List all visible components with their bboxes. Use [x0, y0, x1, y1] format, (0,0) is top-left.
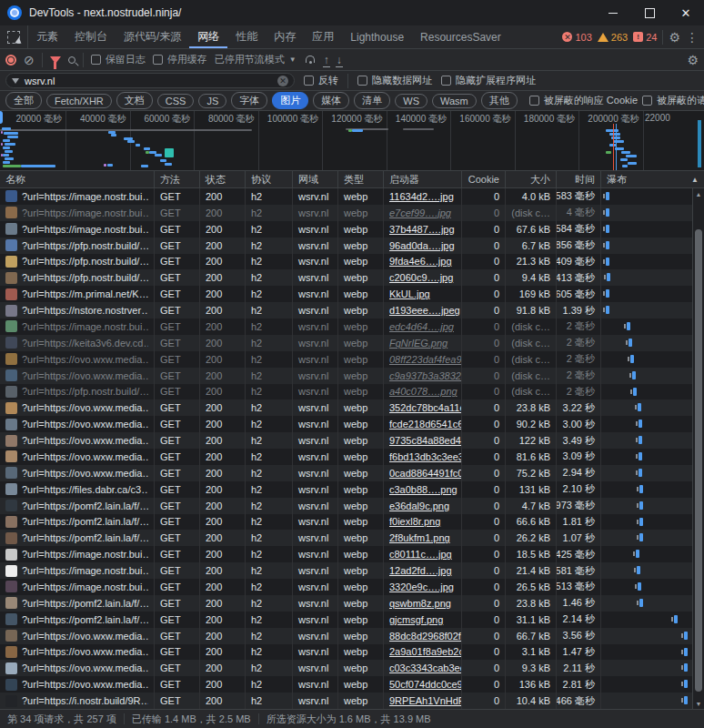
request-name[interactable]: ?url=https://m.primal.net/K… — [22, 288, 148, 299]
type-chip-Fetch/XHR[interactable]: Fetch/XHR — [46, 94, 112, 108]
request-name[interactable]: ?url=https://ovo.wxw.media… — [22, 402, 148, 413]
initiator-link[interactable]: FqNrlEG.png — [389, 338, 448, 349]
initiator-link[interactable]: 9fda4e6….jpg — [389, 256, 452, 267]
type-chip-Wasm[interactable]: Wasm — [432, 94, 477, 108]
tab-Lighthouse[interactable]: Lighthouse — [342, 25, 412, 48]
import-har-icon[interactable]: ↑ — [324, 55, 329, 66]
table-row[interactable]: ?url=https://pfp.nostr.build/…GET200h2ws… — [0, 269, 692, 286]
settings-gear-icon[interactable]: ⚙ — [669, 30, 680, 45]
disable-cache-checkbox[interactable]: 停用缓存 — [153, 53, 207, 66]
table-row[interactable]: ?url=https://nstore.nostrver…GET200h2wsr… — [0, 302, 692, 318]
request-name[interactable]: ?url=https://pomf2.lain.la/f/… — [22, 598, 148, 609]
network-overview-timeline[interactable]: 20000 毫秒40000 毫秒60000 毫秒80000 毫秒100000 毫… — [0, 111, 704, 171]
table-scrollbar[interactable]: ▲ ▼ — [692, 188, 704, 709]
table-row[interactable]: ?url=https://i.nostr.build/9R…GET200h2ws… — [0, 693, 692, 709]
table-row[interactable]: ?url=https://ovo.wxw.media…GET200h2wsrv.… — [0, 368, 692, 384]
tab-应用[interactable]: 应用 — [304, 25, 342, 48]
table-row[interactable]: ?url=https://ovo.wxw.media…GET200h2wsrv.… — [0, 628, 692, 644]
initiator-link[interactable]: 352dc78bc4a11e… — [389, 402, 462, 413]
table-row[interactable]: ?url=https://m.primal.net/K…GET200h2wsrv… — [0, 286, 692, 302]
request-name[interactable]: ?url=https://i.nostr.build/9R… — [22, 695, 148, 706]
request-name[interactable]: ?url=https://pomf2.lain.la/f/… — [22, 516, 148, 527]
request-name[interactable]: ?url=https://ovo.wxw.media… — [22, 419, 148, 430]
table-row[interactable]: ?url=https://pomf2.lain.la/f/…GET200h2ws… — [0, 612, 692, 628]
request-name[interactable]: ?url=https://pomf2.lain.la/f/… — [22, 614, 148, 625]
column-header-瀑布[interactable]: 瀑布▲ — [601, 171, 704, 187]
type-chip-媒体[interactable]: 媒体 — [313, 92, 349, 109]
issues-badge[interactable]: ! 24 — [633, 32, 657, 43]
request-name[interactable]: ?url=https://image.nostr.bui… — [22, 581, 148, 592]
record-button[interactable] — [5, 55, 16, 66]
request-name[interactable]: ?url=https://nstore.nostrver… — [22, 305, 148, 316]
tab-源代码/来源[interactable]: 源代码/来源 — [116, 25, 189, 48]
overview-left-handle[interactable] — [0, 111, 3, 124]
minimize-button[interactable] — [595, 0, 631, 25]
hide-data-urls-checkbox[interactable]: 隐藏数据网址 — [357, 74, 432, 87]
type-chip-图片[interactable]: 图片 — [272, 92, 308, 109]
scrollbar-thumb[interactable] — [695, 229, 702, 692]
tab-ResourcesSaver[interactable]: ResourcesSaver — [412, 25, 509, 48]
table-row[interactable]: ?url=https://ovo.wxw.media…GET200h2wsrv.… — [0, 676, 692, 693]
table-row[interactable]: ?url=https://files.dabr.ca/c3…GET200h2ws… — [0, 481, 692, 498]
type-chip-其他[interactable]: 其他 — [481, 92, 518, 109]
kebab-menu-icon[interactable]: ⋮ — [686, 30, 699, 45]
initiator-link[interactable]: f6bd13db3c3ee3… — [389, 451, 462, 462]
column-header-启动器[interactable]: 启动器 — [384, 171, 462, 187]
inspect-element-icon[interactable] — [7, 31, 20, 44]
overview-right-handle[interactable] — [698, 120, 701, 167]
network-conditions-icon[interactable] — [304, 56, 317, 64]
table-row[interactable]: ?url=https://pomf2.lain.la/f/…GET200h2ws… — [0, 530, 692, 546]
initiator-link[interactable]: f0iexl8r.png — [389, 516, 440, 527]
table-row[interactable]: ?url=https://ovo.wxw.media…GET200h2wsrv.… — [0, 644, 692, 661]
initiator-link[interactable]: qswbm8z.png — [389, 598, 451, 609]
initiator-link[interactable]: 9RPEAh1VnHdPz… — [389, 695, 462, 706]
initiator-link[interactable]: c9a937b3a3832c… — [389, 370, 462, 381]
request-name[interactable]: ?url=https://image.nostr.bui… — [22, 321, 148, 332]
table-row[interactable]: ?url=https://pfp.nostr.build/…GET200h2ws… — [0, 384, 692, 400]
request-name[interactable]: ?url=https://ovo.wxw.media… — [22, 679, 148, 690]
request-name[interactable]: ?url=https://pomf2.lain.la/f/… — [22, 500, 148, 511]
type-chip-CSS[interactable]: CSS — [157, 94, 195, 108]
type-chip-JS[interactable]: JS — [198, 94, 226, 108]
column-header-网域[interactable]: 网域 — [293, 171, 338, 187]
request-name[interactable]: ?url=https://pomf2.lain.la/f/… — [22, 532, 148, 543]
scroll-up-icon[interactable]: ▲ — [693, 188, 704, 199]
blocked-requests-checkbox[interactable]: 被屏蔽的请求 — [642, 94, 704, 107]
request-name[interactable]: ?url=https://ovo.wxw.media… — [22, 468, 148, 479]
table-row[interactable]: ?url=https://image.nostr.bui…GET200h2wsr… — [0, 188, 692, 205]
initiator-link[interactable]: edc4d64….jpg — [389, 321, 454, 332]
table-row[interactable]: ?url=https://image.nostr.bui…GET200h2wsr… — [0, 205, 692, 221]
filter-funnel-icon[interactable] — [50, 56, 61, 64]
table-row[interactable]: ?url=https://image.nostr.bui…GET200h2wsr… — [0, 579, 692, 595]
initiator-link[interactable]: c03c3343cab3ee… — [389, 662, 462, 673]
request-name[interactable]: ?url=https://pfp.nostr.build/… — [22, 386, 148, 397]
initiator-link[interactable]: d193eee….jpeg — [389, 305, 460, 316]
search-icon[interactable] — [68, 56, 75, 64]
close-button[interactable]: ✕ — [668, 0, 704, 25]
request-name[interactable]: ?url=https://image.nostr.bui… — [22, 224, 148, 235]
column-header-协议[interactable]: 协议 — [246, 171, 293, 187]
initiator-link[interactable]: fcde218d6541c6… — [389, 419, 462, 430]
request-name[interactable]: ?url=https://ovo.wxw.media… — [22, 646, 148, 657]
table-row[interactable]: ?url=https://pomf2.lain.la/f/…GET200h2ws… — [0, 498, 692, 514]
tab-控制台[interactable]: 控制台 — [66, 25, 116, 48]
type-chip-WS[interactable]: WS — [395, 94, 427, 108]
preserve-log-checkbox[interactable]: 保留日志 — [91, 53, 146, 66]
request-name[interactable]: ?url=https://image.nostr.bui… — [22, 207, 148, 218]
table-row[interactable]: ?url=https://pomf2.lain.la/f/…GET200h2ws… — [0, 595, 692, 612]
table-row[interactable]: ?url=https://ovo.wxw.media…GET200h2wsrv.… — [0, 416, 692, 432]
request-name[interactable]: ?url=https://pfp.nostr.build/… — [22, 240, 148, 251]
initiator-link[interactable]: e36dal9c.png — [389, 500, 449, 511]
column-header-状态[interactable]: 状态 — [200, 171, 246, 187]
table-row[interactable]: ?url=https://image.nostr.bui…GET200h2wsr… — [0, 546, 692, 562]
tab-网络[interactable]: 网络 — [189, 25, 227, 48]
type-chip-文档[interactable]: 文档 — [116, 92, 153, 109]
console-warnings-badge[interactable]: 263 — [598, 32, 628, 43]
clear-icon[interactable]: ⊘ — [24, 54, 35, 66]
request-name[interactable]: ?url=https://files.dabr.ca/c3… — [22, 484, 148, 495]
type-chip-清单[interactable]: 清单 — [354, 92, 390, 109]
hide-extension-urls-checkbox[interactable]: 隐藏扩展程序网址 — [441, 74, 536, 87]
column-header-大小[interactable]: 大小 — [506, 171, 557, 187]
initiator-link[interactable]: 11634d2….jpg — [389, 191, 454, 202]
table-row[interactable]: ?url=https://ovo.wxw.media…GET200h2wsrv.… — [0, 660, 692, 676]
